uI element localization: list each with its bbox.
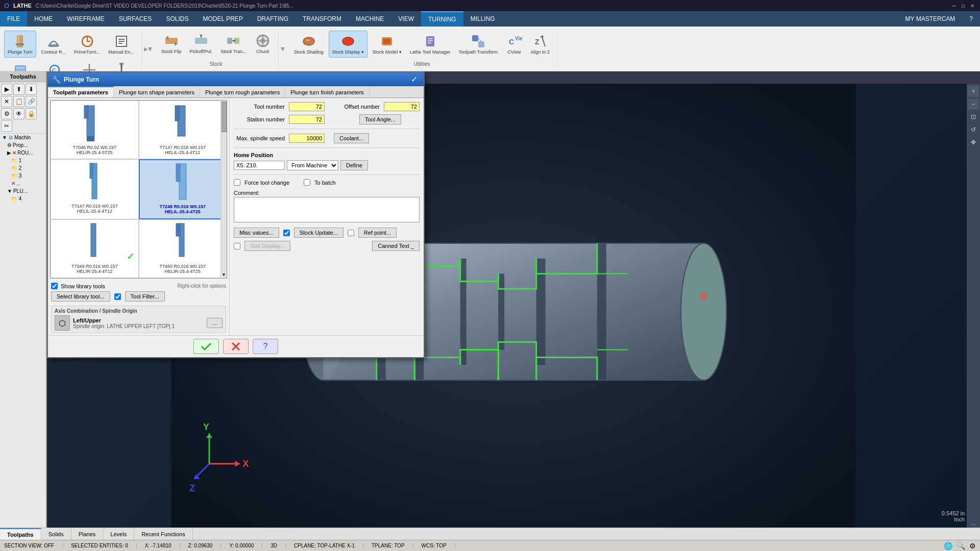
help-icon-btn[interactable]: ? [962,11,980,27]
tool-number-input[interactable] [289,102,325,111]
tool-filter-checkbox[interactable] [114,293,121,300]
tp-btn-3[interactable]: ⬇ [26,84,37,95]
ref-point-checkbox[interactable] [348,230,354,236]
tool-angle-btn[interactable]: Tool Angle... [359,114,401,124]
tp-btn-10[interactable]: ✂ [1,120,12,132]
vp-btn-zoom-in[interactable]: + [968,86,979,97]
select-library-btn[interactable]: Select library tool... [51,291,110,302]
ribbon-btn-lathe-tool-mgr[interactable]: Lathe Tool Manager [407,31,453,57]
tree-item-1[interactable]: 📁 1 [0,157,46,164]
dialog-cancel-btn[interactable] [223,339,249,354]
tp-btn-1[interactable]: ▶ [1,84,12,95]
ribbon-btn-manual-en[interactable]: Manual En... [105,31,137,57]
dialog-tab-toolpath-params[interactable]: Toolpath parameters [48,86,114,97]
ribbon-btn-plunge-turn[interactable]: Plunge Turn [4,31,36,58]
ribbon-btn-cview[interactable]: C View CView [503,31,525,57]
home-position-dropdown[interactable]: From Machine User Defined [287,160,338,170]
canned-text-btn[interactable]: Canned Text _ [372,241,420,251]
show-library-checkbox[interactable] [51,283,58,289]
coolant-btn[interactable]: Coolant... [334,133,369,143]
tp-btn-4[interactable]: ✕ [1,96,12,107]
tool-display-checkbox[interactable] [234,243,240,249]
ribbon-btn-chuck[interactable]: Chuck [252,31,274,57]
vp-btn-zoom-out[interactable]: − [968,98,979,110]
tree-item-prop[interactable]: ⚙ Prop... [0,141,46,149]
tool-cell-t7248[interactable]: T7248 R0.016 W0.157HELIL-25.4-4T25 [139,159,227,219]
ribbon-btn-pickoff[interactable]: Pickoff/Pul. [186,31,215,57]
dialog-close-btn[interactable]: ✓ [409,74,420,84]
menu-item-file[interactable]: FILE [0,11,27,27]
ribbon-btn-toolpath-transform[interactable]: Toolpath Transform [455,31,501,57]
tree-item-3-expand[interactable]: ✕ ... [0,180,46,187]
ribbon-btn-align-to-z[interactable]: Z Align to Z [527,31,553,57]
stock-update-btn[interactable]: Stock Update... [294,228,344,238]
tp-btn-8[interactable]: 👁 [13,108,24,119]
tree-item-machin[interactable]: ▼ 🖥 Machin [0,134,46,141]
tree-item-2[interactable]: 📁 2 [0,164,46,172]
btm-tab-planes[interactable]: Planes [71,528,104,540]
dialog-tab-finish-params[interactable]: Plunge turn finish parameters [285,86,370,97]
vp-btn-fit[interactable]: ⊡ [968,111,979,122]
tool-display-btn[interactable]: Tool Display... [244,241,290,251]
menu-item-my-mastercam[interactable]: MY MASTERCAM [898,11,963,27]
menu-item-machine[interactable]: MACHINE [349,11,391,27]
tree-item-4[interactable]: 📁 4 [0,195,46,203]
tool-cell-t7147-1[interactable]: T7147 R0.016 W0.157HELIL-25.4-4T12 [139,101,227,159]
minimize-btn[interactable]: ─ [950,2,958,9]
max-spindle-input[interactable] [289,134,325,143]
ribbon-btn-stock-flip[interactable]: Stock Flip [158,31,185,57]
menu-item-milling[interactable]: MILLING [463,11,502,27]
stock-update-checkbox[interactable] [283,230,290,236]
tool-cell-t7046[interactable]: T7046 R0.02 W0.197HELIR-25.4-5T25 [51,101,139,159]
to-batch-checkbox[interactable] [304,179,310,186]
force-tool-change-checkbox[interactable] [234,179,240,186]
statusbar-icon-3[interactable]: ⚙ [969,542,976,550]
menu-item-drafting[interactable]: DRAFTING [250,11,296,27]
statusbar-icon-2[interactable]: 🔍 [957,542,965,550]
tp-btn-6[interactable]: 🔗 [26,96,37,107]
ribbon-btn-stock-model[interactable]: Stock Model ▾ [370,31,405,57]
tp-btn-7[interactable]: ⚙ [1,108,12,119]
tool-grid-scrollbar-thumb[interactable] [222,102,227,132]
statusbar-icon-1[interactable]: 🌐 [944,542,952,550]
tool-grid-scrollbar[interactable]: ▼ [220,101,227,278]
tool-filter-btn[interactable]: Tool Filter... [125,291,165,302]
tool-cell-t7147-2[interactable]: T7147 R0.016 W0.157HELIL-25.4-4T12 [51,159,139,219]
tree-item-3[interactable]: 📁 3 [0,172,46,180]
dialog-help-btn[interactable]: ? [253,339,278,354]
menu-item-solids[interactable]: SOLIDS [159,11,195,27]
menu-item-model-prep[interactable]: MODEL PREP [195,11,250,27]
ribbon-btn-stock-tran[interactable]: Stock Tran... [217,31,250,57]
ribbon-btn-stock-display[interactable]: Stock Display ▾ [329,31,368,58]
tree-item-plu[interactable]: ▼ PLU... [0,187,46,195]
offset-number-input[interactable] [384,102,420,111]
comment-textarea[interactable] [234,197,420,222]
tool-cell-t7349[interactable]: ✓ T7349 R0.016 W0.157HELIR-25.4-4T12 [51,219,139,278]
btm-tab-toolpaths[interactable]: Toolpaths [0,528,41,540]
home-position-input[interactable] [234,161,285,170]
tp-btn-5[interactable]: 📋 [13,96,24,107]
tree-item-rou[interactable]: ▶ ✕ ROU... [0,149,46,157]
close-btn[interactable]: ✕ [969,2,976,9]
btm-tab-levels[interactable]: Levels [103,528,134,540]
menu-item-turning[interactable]: TURNING [421,11,463,27]
ref-point-btn[interactable]: Ref point... [358,228,397,238]
tool-grid-scroll-down[interactable]: ▼ [221,271,227,278]
tp-btn-2[interactable]: ⬆ [13,84,24,95]
menu-item-view[interactable]: VIEW [391,11,421,27]
tp-btn-9[interactable]: 🔒 [26,108,37,119]
tool-cell-t7450[interactable]: T7450 R0.016 W0.157HELIR-25.4-4T25 [139,219,227,278]
define-btn[interactable]: Define [340,160,368,170]
btm-tab-recent-functions[interactable]: Recent Functions [134,528,193,540]
menu-item-home[interactable]: HOME [27,11,60,27]
dialog-tab-shape-params[interactable]: Plunge turn shape parameters [114,86,200,97]
menu-item-wireframe[interactable]: WIREFRAME [60,11,111,27]
menu-item-surfaces[interactable]: SURFACES [112,11,159,27]
dialog-tab-rough-params[interactable]: Plunge turn rough parameters [200,86,285,97]
ribbon-btn-prime-turning[interactable]: PrimeTurni... [71,31,103,57]
axis-combo-expand[interactable]: ... [207,318,223,328]
station-number-input[interactable] [289,115,325,124]
maximize-btn[interactable]: □ [960,2,967,9]
misc-values-btn[interactable]: Misc values... [234,228,279,238]
dialog-ok-btn[interactable] [193,339,219,354]
